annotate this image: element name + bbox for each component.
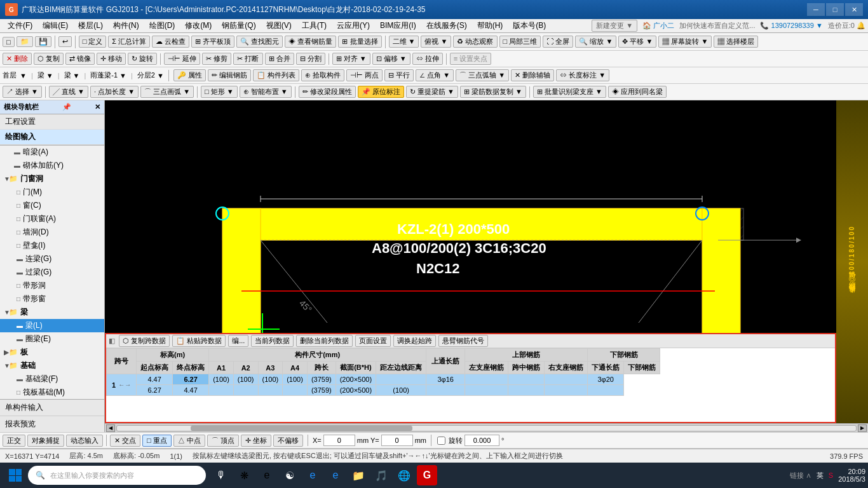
extend-btn[interactable]: ⊣⊢ 延伸	[164, 53, 200, 65]
menu-version[interactable]: 版本号(B)	[508, 19, 551, 32]
sidebar-item-door-window[interactable]: □门联窗(A)	[0, 212, 104, 226]
cloud-check-btn[interactable]: ☁ 云检查	[152, 36, 189, 48]
td-span-no-1[interactable]: 1 ←→	[107, 374, 137, 396]
task-icon-music[interactable]: 🎵	[371, 465, 391, 485]
menu-edit[interactable]: 编辑(E)	[37, 19, 73, 32]
level-btn[interactable]: ⊞ 齐平板顶	[191, 36, 234, 48]
start-button[interactable]	[3, 464, 28, 487]
three-point-arc-btn[interactable]: ⌒ 三点弧轴 ▼	[456, 69, 509, 81]
align-btn[interactable]: ⊞ 对齐 ▼	[332, 53, 370, 65]
search-box[interactable]: 🔍 在这里输入你要搜索的内容	[28, 466, 206, 485]
sidebar-item-slab-section[interactable]: ▶📁板	[0, 346, 104, 359]
table-row-1-bottom[interactable]: 6.27 4.47 (3759) (200×500) (100)	[107, 385, 660, 396]
trim-btn[interactable]: ✂ 修剪	[202, 53, 231, 65]
td-a1-1b[interactable]	[209, 385, 234, 396]
td-bottom-rebar-1b[interactable]	[588, 385, 624, 396]
td-span-length-1b[interactable]: (3759)	[307, 385, 336, 396]
td-a1-1[interactable]: (100)	[209, 374, 234, 385]
menu-rebar-qty[interactable]: 钢筋量(Q)	[217, 19, 261, 32]
phone-btn[interactable]: 📞 13907298339 ▼	[760, 22, 822, 30]
single-component-btn[interactable]: 单构件输入	[0, 400, 104, 416]
layer-select-btn[interactable]: ▦ 屏幕旋转 ▼	[658, 36, 712, 48]
td-a3-1[interactable]: (100)	[258, 374, 283, 385]
menu-view[interactable]: 视图(V)	[261, 19, 297, 32]
sidebar-item-window[interactable]: □窗(C)	[0, 199, 104, 212]
guangxiao-btn[interactable]: 🏠 广小二	[642, 21, 674, 30]
property-btn[interactable]: 🔑 属性	[173, 69, 206, 81]
move-btn[interactable]: ✛ 移动	[97, 53, 126, 65]
stretch-btn[interactable]: ⇔ 拉伸	[412, 53, 443, 65]
network-label[interactable]: 链接 ∧	[790, 471, 811, 480]
copy-span-btn[interactable]: ⬡ 复制跨数据	[119, 335, 170, 347]
view-rebar-btn[interactable]: ◈ 查看钢筋量	[285, 36, 336, 48]
snap-no-offset-btn[interactable]: 不偏移	[273, 435, 303, 447]
td-left-rebar-1b[interactable]	[426, 385, 465, 396]
scroll-thumb-h[interactable]	[191, 426, 412, 431]
scroll-left-btn[interactable]: ◀	[106, 424, 115, 432]
menu-draw[interactable]: 绘图(D)	[144, 19, 180, 32]
td-right-rebar-1[interactable]	[508, 374, 545, 385]
set-point-btn[interactable]: ≡ 设置夹点	[450, 53, 491, 65]
sidebar-item-wall-hole[interactable]: □墙洞(D)	[0, 226, 104, 239]
td-a4-1b[interactable]	[283, 385, 308, 396]
menu-help[interactable]: 帮助(H)	[472, 19, 508, 32]
menu-file[interactable]: 文件(F)	[3, 19, 37, 32]
rotate-btn[interactable]: ↻ 旋转	[128, 53, 157, 65]
find-elem-btn[interactable]: 🔍 查找图元	[236, 36, 283, 48]
current-col-btn[interactable]: 当前列数据	[251, 335, 294, 347]
snap-coord-btn[interactable]: ✛ 坐标	[241, 435, 271, 447]
td-end-height-1b[interactable]: 4.47	[173, 385, 209, 396]
menu-modify[interactable]: 修改(M)	[180, 19, 217, 32]
menu-tools[interactable]: 工具(T)	[297, 19, 332, 32]
snap-midpoint-btn[interactable]: △ 中点	[173, 435, 205, 447]
lang-label-s[interactable]: S	[829, 471, 833, 479]
ortho-btn[interactable]: 正交	[3, 435, 25, 447]
smart-place-btn[interactable]: ⊕ 智能布置 ▼	[240, 86, 292, 98]
task-icon-ie2[interactable]: e	[325, 465, 346, 485]
line-btn[interactable]: ╱ 直线 ▼	[49, 86, 88, 98]
sidebar-item-door-window-section[interactable]: ▼📁门窗洞	[0, 172, 104, 186]
task-icon-app1[interactable]: ☯	[280, 465, 300, 485]
delete-btn[interactable]: ✕ 删除	[3, 53, 32, 65]
sidebar-item-beam-section[interactable]: ▼📁梁	[0, 306, 104, 319]
pan-btn[interactable]: ✥ 平移 ▼	[618, 36, 656, 48]
report-preview-btn[interactable]: 报表预览	[0, 416, 104, 432]
td-section-1[interactable]: (200×500)	[336, 374, 376, 385]
canvas-scrollbar-h[interactable]: ◀ ▶	[105, 423, 868, 432]
save-btn[interactable]: 💾	[35, 36, 51, 47]
mirror-btn[interactable]: ⇄ 镜像	[65, 53, 95, 65]
td-section-1b[interactable]: (200×500)	[336, 385, 376, 396]
batch-select-btn[interactable]: ⊞ 批量选择	[338, 36, 381, 48]
task-icon-ie[interactable]: e	[302, 465, 323, 485]
rotate-input[interactable]	[465, 435, 499, 446]
rotate-checkbox[interactable]	[437, 437, 445, 445]
sidebar-item-project-settings[interactable]: 工程设置	[0, 114, 104, 130]
y-input[interactable]	[381, 435, 413, 446]
sigma-btn[interactable]: Σ 汇总计算	[108, 36, 150, 48]
task-icon-folder[interactable]: 📁	[348, 465, 369, 485]
panel-resize-icon[interactable]: ◧	[109, 337, 115, 345]
sidebar-pin-icon[interactable]: 📌	[62, 103, 71, 111]
menu-cloud[interactable]: 云应用(Y)	[332, 19, 375, 32]
menu-component[interactable]: 构件(N)	[108, 19, 144, 32]
sidebar-item-door[interactable]: □门(M)	[0, 186, 104, 199]
close-button[interactable]: ✕	[845, 3, 863, 16]
cad-canvas[interactable]: 45° KZL-2(1) 200*500 A8@100/200(2) 3C16;…	[105, 100, 868, 423]
sidebar-item-raft-found[interactable]: □筏板基础(M)	[0, 386, 104, 399]
sidebar-item-dark-beam[interactable]: ▬暗梁(A)	[0, 146, 104, 159]
undo-btn[interactable]: ↩	[58, 36, 72, 47]
td-a4-1[interactable]: (100)	[283, 374, 308, 385]
scroll-right-btn[interactable]: ▶	[858, 424, 867, 432]
select-layer-btn[interactable]: ▦ 选择楼层	[714, 36, 758, 48]
task-icon-globe[interactable]: 🌐	[394, 465, 414, 485]
select-btn[interactable]: ↗ 选择 ▼	[3, 86, 42, 98]
td-a3-1b[interactable]	[258, 385, 283, 396]
td-bottom-through-1b[interactable]	[545, 385, 588, 396]
delete-aux-btn[interactable]: ✕ 删除辅轴	[511, 69, 554, 81]
td-a2-1b[interactable]	[233, 385, 258, 396]
td-end-height-1[interactable]: 6.27	[173, 374, 209, 385]
local-3d-btn[interactable]: □ 局部三维	[499, 36, 541, 48]
td-start-height-1[interactable]: 4.47	[137, 374, 173, 385]
pick-component-btn[interactable]: ⊕ 拾取构件	[301, 69, 344, 81]
sidebar-item-found-beam[interactable]: ▬基础梁(F)	[0, 372, 104, 386]
